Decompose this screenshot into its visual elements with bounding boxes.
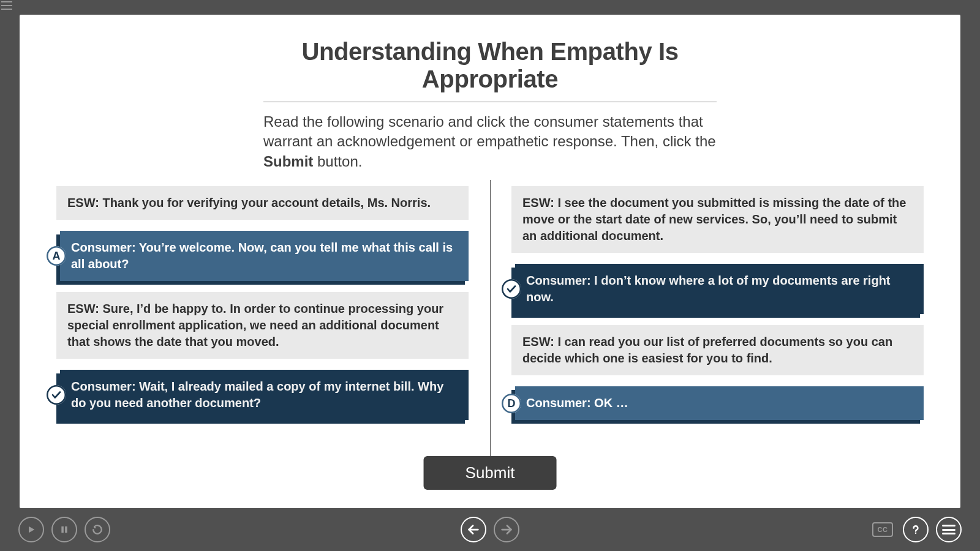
cc-icon: CC — [872, 522, 893, 537]
player-footer: CC — [0, 508, 980, 551]
consumer-text: Consumer: Wait, I already mailed a copy … — [71, 380, 443, 410]
column-divider — [490, 180, 491, 468]
option-badge-d: D — [502, 394, 521, 413]
outline-toggle-icon[interactable] — [1, 1, 12, 10]
play-button[interactable] — [18, 517, 44, 542]
pause-icon — [60, 525, 69, 534]
instructions-pre: Read the following scenario and click th… — [263, 113, 716, 149]
option-badge-a: A — [47, 246, 66, 266]
svg-point-5 — [915, 533, 917, 534]
instructions: Read the following scenario and click th… — [263, 112, 717, 171]
consumer-text: Consumer: I don’t know where a lot of my… — [526, 274, 891, 304]
submit-button[interactable]: Submit — [424, 456, 557, 490]
consumer-option-d[interactable]: D Consumer: OK … — [515, 386, 924, 420]
menu-button[interactable] — [936, 517, 962, 542]
svg-marker-0 — [29, 527, 34, 533]
slide-canvas: Understanding When Empathy Is Appropriat… — [20, 15, 960, 508]
consumer-text: Consumer: You’re welcome. Now, can you t… — [71, 241, 453, 271]
option-badge-check-icon — [47, 385, 66, 405]
help-button[interactable] — [903, 517, 929, 542]
esw-message: ESW: I can read you our list of preferre… — [511, 325, 924, 375]
restart-button[interactable] — [85, 517, 110, 542]
consumer-text: Consumer: OK … — [526, 396, 628, 410]
esw-message: ESW: I see the document you submitted is… — [511, 186, 924, 253]
consumer-option-b[interactable]: Consumer: Wait, I already mailed a copy … — [60, 370, 469, 420]
next-button[interactable] — [494, 517, 519, 542]
esw-message: ESW: Thank you for verifying your accoun… — [56, 186, 469, 220]
option-badge-check-icon — [502, 279, 521, 299]
consumer-option-a[interactable]: A Consumer: You’re welcome. Now, can you… — [60, 231, 469, 281]
instructions-bold: Submit — [263, 153, 313, 170]
svg-rect-1 — [61, 527, 64, 533]
esw-message: ESW: Sure, I’d be happy to. In order to … — [56, 292, 469, 359]
arrow-right-icon — [500, 523, 513, 536]
column-right: ESW: I see the document you submitted is… — [511, 186, 924, 420]
restart-icon — [92, 524, 103, 535]
menu-icon — [942, 525, 956, 534]
play-icon — [26, 525, 36, 534]
help-icon — [910, 523, 922, 536]
prev-button[interactable] — [461, 517, 486, 542]
consumer-option-c[interactable]: Consumer: I don’t know where a lot of my… — [515, 264, 924, 314]
arrow-left-icon — [467, 523, 480, 536]
column-left: ESW: Thank you for verifying your accoun… — [56, 186, 469, 420]
instructions-post: button. — [313, 153, 362, 170]
pause-button[interactable] — [51, 517, 77, 542]
title-rule — [263, 102, 717, 102]
page-title: Understanding When Empathy Is Appropriat… — [263, 38, 717, 93]
svg-rect-2 — [65, 527, 67, 533]
captions-button[interactable]: CC — [870, 517, 895, 542]
